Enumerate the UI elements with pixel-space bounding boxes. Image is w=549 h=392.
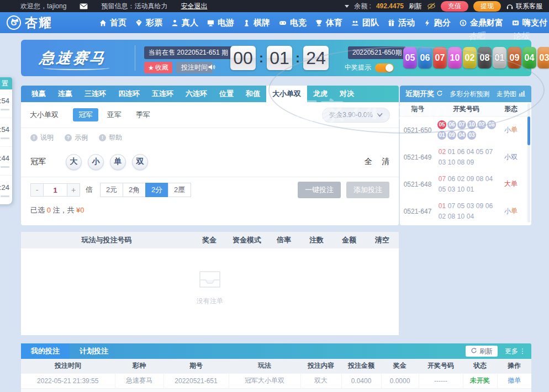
position-tab-second[interactable]: 亚军	[102, 108, 127, 121]
countdown-hours: 00	[230, 46, 256, 70]
help-link[interactable]: !帮助	[99, 133, 122, 142]
table-column-header: 期号	[163, 359, 229, 373]
position-tab-third[interactable]: 季军	[130, 108, 156, 121]
nav-item-team[interactable]: 团队	[351, 18, 379, 28]
sidebar-scrollbar[interactable]	[527, 103, 530, 223]
cart-header: 玩法与投注号码奖金资金模式倍率注数金额清空	[21, 232, 399, 248]
tab-my-bets[interactable]: 我的投注	[21, 343, 70, 359]
bet-option-button[interactable]: 双	[132, 154, 148, 170]
pattern-char: 双	[511, 153, 518, 161]
bet-option-button[interactable]: 单	[110, 154, 126, 170]
play-tab-0[interactable]: 独赢	[25, 86, 52, 102]
clear-button[interactable]: 清	[382, 157, 389, 167]
withdraw-button[interactable]: 提现	[473, 1, 501, 12]
refresh-bets-button[interactable]: 刷新	[466, 346, 498, 357]
left-panel-rows: :54:54:44:24	[0, 89, 12, 204]
help-link[interactable]: !说明	[30, 133, 54, 142]
mail-icon[interactable]	[80, 3, 88, 9]
nav-item-person[interactable]: 真人	[171, 18, 198, 28]
left-panel-header[interactable]: 置	[0, 77, 12, 89]
help-link[interactable]: ?示例	[65, 133, 88, 142]
favorite-button[interactable]: ★收藏	[144, 62, 172, 73]
speaker-icon[interactable]	[208, 63, 216, 73]
refresh-balance-button[interactable]: 刷新	[409, 2, 422, 11]
play-tab-9[interactable]: 龙虎	[307, 86, 334, 102]
position-tab-champion[interactable]: 冠军	[73, 108, 98, 121]
eye-slash-icon[interactable]	[427, 2, 436, 10]
play-tab-3[interactable]: 四连环	[112, 86, 146, 102]
money-unit-button[interactable]: 2厘	[168, 183, 191, 197]
nav-item-ticket[interactable]: 彩票	[135, 18, 162, 28]
scrollbar-thumb[interactable]	[527, 116, 530, 145]
bonus-dropdown[interactable]: 奖金3.90-0.0%	[322, 108, 390, 123]
mini-ball: 01	[437, 131, 446, 140]
play-tab-1[interactable]: 连赢	[52, 86, 78, 102]
headset-icon	[506, 3, 514, 10]
draw-number: 03	[437, 158, 447, 167]
result-ball: 09	[508, 47, 521, 68]
nav-item-chess[interactable]: 棋牌	[242, 18, 270, 28]
game-header: 急速赛马 当前在售 20220521-651 期 ★收藏 投注时间 00 : 0…	[21, 40, 531, 76]
quick-game-item[interactable]: :54	[0, 89, 12, 118]
add-bet-button[interactable]: 添加投注	[346, 182, 389, 198]
nav-item-home[interactable]: 首页	[99, 18, 126, 28]
cart-col-header: 奖金	[192, 235, 226, 245]
draw-number: 08	[475, 174, 484, 183]
draw-numbers: 02010604050703100809	[435, 147, 497, 167]
nav-item-speed[interactable]: 跑分	[423, 18, 451, 28]
play-tab-8[interactable]: 大小单双	[266, 86, 307, 102]
nav-item-monitor[interactable]: 电游	[207, 18, 234, 28]
mini-ball: 03	[467, 131, 476, 140]
bet-option-button[interactable]: 小	[88, 154, 104, 170]
quick-game-item[interactable]: :54	[0, 118, 12, 147]
logo-text: 杏耀	[25, 14, 52, 31]
draw-number: 05	[475, 147, 484, 156]
recharge-button[interactable]: 充值	[441, 1, 468, 12]
draw-number: 04	[466, 212, 475, 221]
logo-badge: G	[7, 15, 21, 30]
tab-recent-draws[interactable]: 近期开奖	[405, 89, 443, 99]
quick-bet-button[interactable]: 一键投注	[298, 182, 341, 198]
multiplier-plus-button[interactable]: +	[67, 183, 80, 197]
logout-link[interactable]: 安全退出	[181, 2, 207, 11]
money-unit-button[interactable]: 2分	[145, 183, 168, 197]
game-title: 急速赛马	[39, 48, 107, 68]
play-tab-2[interactable]: 三连环	[78, 86, 112, 102]
issue-number: 0521-650	[400, 126, 435, 134]
money-unit-button[interactable]: 2角	[123, 183, 146, 197]
nav-item-coin[interactable]: 金鼎财富	[459, 18, 503, 28]
chevron-down-icon[interactable]	[345, 5, 349, 8]
play-tab-5[interactable]: 六连环	[180, 86, 213, 102]
tab-plan-bets[interactable]: 计划投注	[70, 343, 118, 359]
play-group-label: 大小单双	[30, 110, 59, 120]
multiplier-value[interactable]: 1	[44, 183, 67, 197]
contact-service-button[interactable]: 联系客服	[506, 2, 542, 11]
select-all-button[interactable]: 全	[365, 157, 372, 167]
play-tab-7[interactable]: 和值	[240, 86, 266, 102]
win-tip-toggle[interactable]	[375, 63, 394, 72]
nav-item-gamepad[interactable]: 电竞	[278, 18, 307, 28]
more-button[interactable]: 更多 ⋮	[505, 347, 526, 356]
nav-item-pay[interactable]: 嗨支付	[511, 18, 547, 28]
pattern-label: 大单	[497, 179, 525, 189]
table-column-header: 奖金	[381, 359, 419, 373]
play-tab-10[interactable]: 对决	[334, 86, 360, 102]
bet-option-button[interactable]: 大	[66, 154, 82, 170]
draw-history-row: 0521-65005060710020801090403小单	[400, 116, 531, 144]
cart-col-header[interactable]: 清空	[366, 235, 399, 245]
tab-trend-chart[interactable]: 走势图	[497, 89, 526, 99]
play-tab-4[interactable]: 五连环	[146, 86, 180, 102]
multiplier-minus-button[interactable]: -	[30, 183, 44, 197]
nav-item-trophy[interactable]: 体育	[315, 18, 342, 28]
site-logo[interactable]: G 杏耀	[7, 14, 52, 31]
play-tab-6[interactable]: 位置	[213, 86, 240, 102]
quick-game-item[interactable]: :44	[0, 147, 12, 176]
draw-number: 09	[475, 202, 484, 210]
quick-game-item[interactable]: :24	[0, 176, 12, 204]
money-unit-button[interactable]: 2元	[100, 183, 123, 197]
tab-analysis[interactable]: 多彩分析预测	[450, 89, 490, 99]
nav-item-gift[interactable]: 活动	[387, 18, 415, 28]
cancel-bet-link[interactable]: 撤单	[497, 373, 531, 388]
draw-number: 09	[466, 158, 475, 167]
refresh-label: 刷新	[479, 347, 493, 356]
